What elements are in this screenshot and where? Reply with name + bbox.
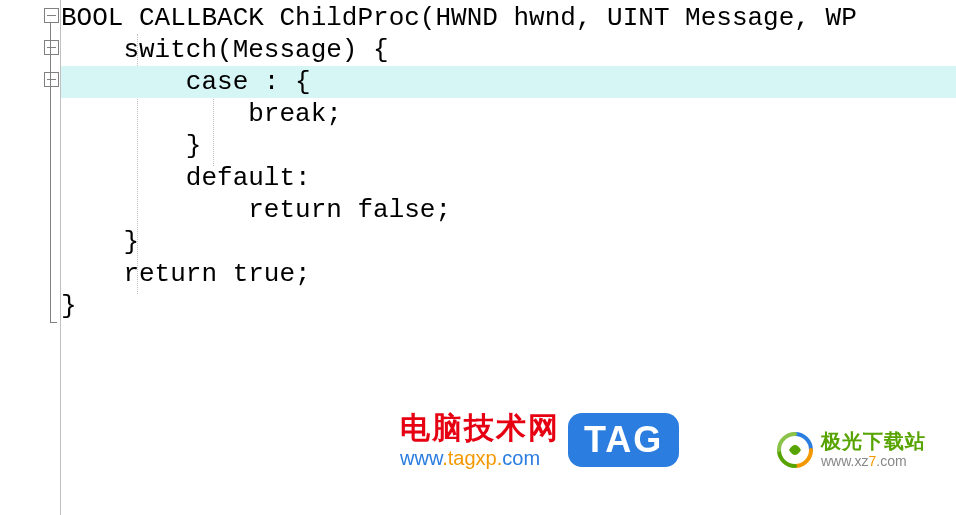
- watermark-tagxp: 电脑技术网 www.tagxp.com TAG: [400, 410, 679, 470]
- watermark2-title: 极光下载站: [821, 430, 926, 453]
- code-line: }: [61, 226, 956, 258]
- code-current-line: case : {: [61, 66, 956, 98]
- code-line: return false;: [61, 194, 956, 226]
- watermark-title: 电脑技术网: [400, 410, 560, 446]
- watermark-xz7: 极光下载站 www.xz7.com: [775, 430, 926, 470]
- code-line: }: [61, 130, 956, 162]
- fold-line: [50, 22, 51, 322]
- fold-gutter: [0, 0, 61, 515]
- watermark-url: www.tagxp.com: [400, 446, 560, 470]
- fold-toggle-icon[interactable]: [44, 40, 59, 55]
- fold-toggle-icon[interactable]: [44, 72, 59, 87]
- watermark-text: 电脑技术网 www.tagxp.com: [400, 410, 560, 470]
- code-line: break;: [61, 98, 956, 130]
- code-line: return true;: [61, 258, 956, 290]
- code-line: BOOL CALLBACK ChildProc(HWND hwnd, UINT …: [61, 2, 956, 34]
- watermark2-text: 极光下载站 www.xz7.com: [821, 430, 926, 469]
- code-line: default:: [61, 162, 956, 194]
- swirl-icon: [775, 430, 815, 470]
- code-editor[interactable]: BOOL CALLBACK ChildProc(HWND hwnd, UINT …: [0, 0, 956, 515]
- code-line: }: [61, 290, 956, 322]
- code-line: switch(Message) {: [61, 34, 956, 66]
- tag-badge-icon: TAG: [568, 413, 679, 467]
- fold-end-icon: [50, 322, 57, 323]
- watermark2-url: www.xz7.com: [821, 453, 926, 469]
- fold-toggle-icon[interactable]: [44, 8, 59, 23]
